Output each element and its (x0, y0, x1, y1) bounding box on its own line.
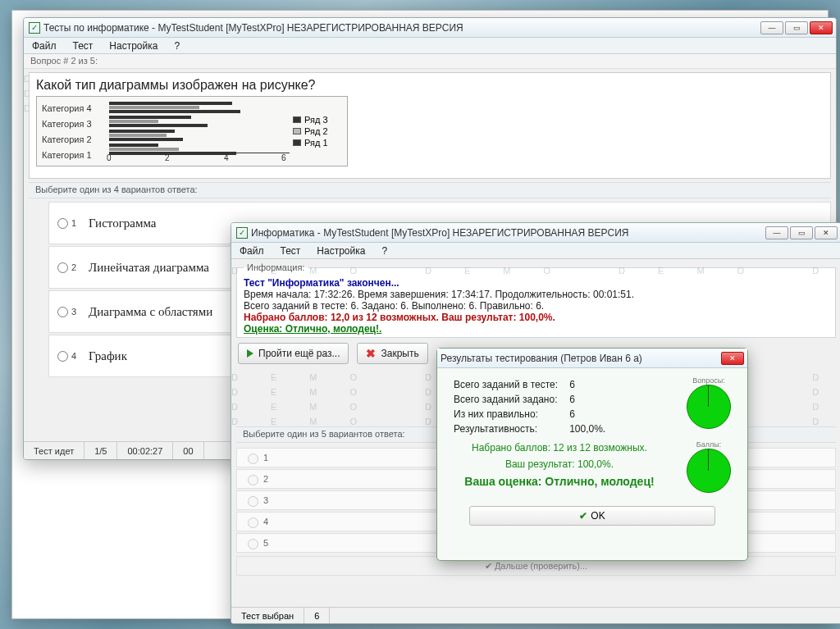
dialog-close-button[interactable]: ✕ (721, 352, 744, 365)
dialog-summary: Всего заданий в тесте:6 Всего заданий за… (447, 376, 672, 493)
retry-label: Пройти ещё раз... (258, 348, 340, 359)
chart-image: Категория 4 Категория 3 Категория 2 Кате… (36, 96, 348, 166)
answers-hint: Выберите один из 4 вариантов ответа: (29, 182, 831, 198)
answer-number: 4 (263, 517, 268, 526)
info-line: Всего заданий в тесте: 6. Задано: 6. Вып… (244, 300, 829, 312)
info-header: Информация: (244, 262, 308, 272)
chart-category: Категория 2 (42, 134, 106, 144)
window-title: Тесты по информатике - MyTestStudent [My… (43, 22, 463, 34)
stat-label: Всего заданий в тесте: (449, 378, 563, 391)
dialog-ok-button[interactable]: ✔ OK (469, 506, 715, 526)
results-dialog: Результаты тестирования (Петров Иван 6 а… (436, 348, 748, 561)
pie-label: Баллы: (687, 440, 731, 449)
stat-label: Из них правильно: (449, 408, 563, 421)
axis-tick: 2 (165, 153, 170, 162)
close-test-button[interactable]: ✖ Закрыть (357, 343, 427, 364)
menu-test[interactable]: Тест (277, 244, 304, 258)
menu-settings[interactable]: Настройка (313, 244, 368, 258)
answer-number: 3 (71, 307, 76, 317)
answer-number: 2 (263, 474, 268, 484)
status-state: Тест выбран (231, 608, 304, 623)
dialog-score-line: Ваш результат: 100,0%. (447, 458, 672, 470)
dialog-grade: Ваша оценка: Отлично, молодец! (447, 475, 672, 488)
answer-radio[interactable] (57, 307, 68, 317)
window-title: Информатика - MyTestStudent [MyTestXPro]… (251, 227, 628, 239)
answer-radio[interactable] (248, 475, 258, 485)
app-icon: ✓ (29, 22, 40, 34)
menu-test[interactable]: Тест (70, 39, 97, 53)
chart-category: Категория 4 (42, 103, 106, 113)
close-button[interactable]: ✕ (815, 226, 838, 239)
maximize-button[interactable]: ▭ (785, 21, 808, 34)
answer-radio[interactable] (57, 218, 68, 229)
status-extra: 00 (173, 442, 203, 459)
menu-settings[interactable]: Настройка (106, 39, 161, 53)
question-area: Какой тип диаграммы изображен на рисунке… (29, 72, 831, 179)
stat-value: 6 (564, 378, 610, 391)
answer-radio[interactable] (57, 351, 68, 362)
status-counter: 1/5 (84, 442, 117, 459)
question-text: Какой тип диаграммы изображен на рисунке… (36, 78, 824, 93)
stat-value: 6 (564, 408, 610, 421)
answer-radio[interactable] (248, 517, 258, 528)
answer-radio[interactable] (57, 262, 68, 273)
answer-radio[interactable] (248, 539, 258, 549)
play-icon (247, 349, 253, 358)
legend-item: Ряд 2 (304, 126, 328, 136)
answer-number: 4 (71, 351, 76, 361)
questions-pie-icon (687, 385, 731, 429)
menu-file[interactable]: Файл (236, 244, 267, 258)
legend-item: Ряд 1 (304, 138, 328, 148)
titlebar[interactable]: ✓ Тесты по информатике - MyTestStudent [… (24, 18, 836, 38)
app-icon: ✓ (236, 227, 248, 239)
stat-value: 6 (564, 393, 610, 406)
info-score: Набрано баллов: 12,0 из 12 возможных. Ва… (244, 312, 829, 323)
dialog-titlebar[interactable]: Результаты тестирования (Петров Иван 6 а… (437, 349, 747, 368)
menu-help[interactable]: ? (171, 39, 183, 53)
status-elapsed: 00:02:27 (117, 442, 173, 459)
axis-tick: 4 (224, 153, 229, 162)
axis-tick: 6 (281, 153, 286, 162)
answer-number: 1 (71, 218, 76, 228)
chart-category: Категория 1 (42, 150, 106, 160)
menubar: Файл Тест Настройка ? (24, 38, 836, 54)
stat-value: 100,0%. (564, 422, 610, 435)
window-test-results: ✓ Информатика - MyTestStudent [MyTestXPr… (231, 222, 840, 624)
axis-tick: 0 (107, 153, 112, 162)
pie-label: Вопросы: (687, 376, 731, 385)
answer-text: Линейчатая диаграмма (89, 261, 209, 275)
close-label: Закрыть (381, 348, 418, 359)
close-button[interactable]: ✕ (810, 21, 833, 34)
menu-help[interactable]: ? (378, 244, 390, 258)
answer-radio[interactable] (248, 496, 258, 507)
retry-button[interactable]: Пройти ещё раз... (238, 343, 349, 364)
minimize-button[interactable]: — (765, 226, 788, 239)
answer-radio[interactable] (248, 454, 258, 464)
dialog-score-line: Набрано баллов: 12 из 12 возможных. (447, 442, 672, 454)
info-grade: Оценка: Отлично, молодец!. (244, 323, 829, 335)
answer-number: 1 (263, 453, 268, 463)
answer-number: 3 (263, 495, 268, 505)
menubar: Файл Тест Настройка ? (231, 243, 840, 259)
menu-file[interactable]: Файл (29, 39, 60, 53)
question-progress: Вопрос # 2 из 5: (24, 54, 836, 69)
answer-text: График (89, 349, 127, 363)
stat-label: Всего заданий задано: (449, 393, 563, 406)
points-pie-icon (687, 449, 731, 493)
info-group: Информация: Тест "Информатика" закончен.… (236, 262, 836, 338)
minimize-button[interactable]: — (760, 21, 783, 34)
titlebar[interactable]: ✓ Информатика - MyTestStudent [MyTestXPr… (231, 223, 840, 243)
answer-text: Диаграмма с областями (89, 305, 212, 319)
status-state: Тест идет (24, 442, 84, 459)
legend-item: Ряд 3 (304, 115, 328, 125)
dialog-title: Результаты тестирования (Петров Иван 6 а… (441, 353, 642, 364)
answer-text: Гистограмма (89, 217, 157, 230)
ok-label: OK (591, 510, 605, 522)
close-icon: ✖ (366, 347, 376, 360)
chart-category: Категория 3 (42, 119, 106, 129)
maximize-button[interactable]: ▭ (790, 226, 813, 239)
answer-number: 2 (71, 262, 76, 272)
info-line: Время начала: 17:32:26. Время завершения… (244, 289, 829, 300)
stat-label: Результативность: (449, 422, 563, 435)
info-line: Тест "Информатика" закончен... (244, 277, 829, 289)
